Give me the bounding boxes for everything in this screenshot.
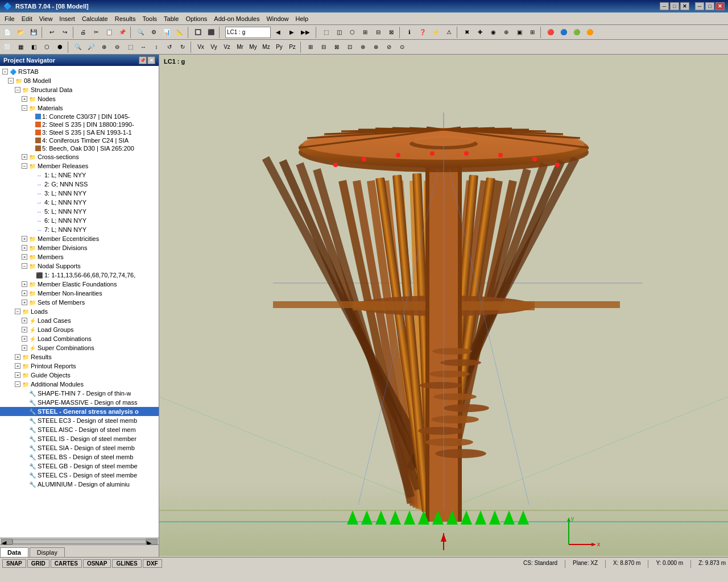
tree-super-combinations[interactable]: + ⚡ Super Combinations — [0, 343, 159, 352]
restore-button[interactable]: □ — [705, 2, 714, 10]
tb2-btn2[interactable]: ▦ — [14, 41, 27, 53]
tree-release-3[interactable]: ↔ 3: L; NNN NYY — [0, 189, 159, 198]
lc-play[interactable]: ▶▶ — [299, 26, 312, 39]
tree-printout-reports[interactable]: + 📁 Printout Reports — [0, 361, 159, 371]
tb-btn30[interactable]: 🟢 — [570, 26, 583, 39]
tree-root-rstab[interactable]: − 🔷 RSTAB — [0, 67, 159, 76]
tree-load-combinations[interactable]: + ⚡ Load Combinations — [0, 334, 159, 343]
3d-viewport[interactable]: LC1 : g — [159, 55, 728, 557]
expand-loads[interactable]: − — [15, 309, 20, 314]
minimize-button[interactable]: ─ — [695, 2, 704, 10]
tb-btn13[interactable]: ◫ — [333, 26, 345, 39]
tb2-btn13[interactable]: ↺ — [163, 41, 176, 53]
tree-member-divisions[interactable]: + 📁 Member Divisions — [0, 243, 159, 252]
tb-btn7[interactable]: ⚙ — [147, 26, 160, 39]
tb-btn18[interactable]: ℹ — [403, 26, 416, 39]
tb2-btn7[interactable]: 🔎 — [85, 41, 97, 53]
tree-release-2[interactable]: ↔ 2: G; NNN NSS — [0, 180, 159, 189]
tb2-btn3[interactable]: ◧ — [27, 41, 40, 53]
tb-btn20[interactable]: ⚡ — [429, 26, 442, 39]
tree-member-releases[interactable]: − 📁 Member Releases — [0, 161, 159, 171]
tree-results[interactable]: + 📁 Results — [0, 352, 159, 361]
tree-materials[interactable]: − 📁 Materials — [0, 103, 159, 113]
tb2-btn9[interactable]: ⊖ — [111, 41, 123, 53]
tb-btn16[interactable]: ⊟ — [372, 26, 384, 39]
tb2-btn21[interactable]: Py — [273, 41, 286, 53]
tb-btn14[interactable]: ⬡ — [346, 26, 358, 39]
expand-nonlinearities[interactable]: + — [22, 290, 27, 296]
menu-results[interactable]: Results — [111, 14, 139, 23]
tree-shape-thin[interactable]: 🔧 SHAPE-THIN 7 - Design of thin-w — [0, 389, 159, 398]
tb-btn23[interactable]: ✚ — [474, 26, 486, 39]
scroll-right-btn[interactable]: ▶ — [146, 539, 158, 544]
tb2-btn27[interactable]: ⊕ — [357, 41, 369, 53]
tb2-btn4[interactable]: ⬡ — [40, 41, 53, 53]
scroll-left-btn[interactable]: ◀ — [1, 539, 13, 544]
sub-restore-button[interactable]: □ — [670, 2, 679, 10]
tb-btn25[interactable]: ⊕ — [500, 26, 512, 39]
new-button[interactable]: 📄 — [1, 26, 14, 39]
tb2-btn18[interactable]: Mr — [234, 41, 246, 53]
expand-nodal-supports[interactable]: − — [22, 263, 27, 269]
tree-sets-of-members[interactable]: + 📁 Sets of Members — [0, 298, 159, 307]
tb-btn10[interactable]: 🔲 — [192, 26, 204, 39]
tb-btn21[interactable]: ⚠ — [442, 26, 455, 39]
expand-structural[interactable]: − — [15, 87, 20, 93]
glines-button[interactable]: GLINES — [112, 559, 141, 568]
tb2-btn8[interactable]: ⊕ — [98, 41, 110, 53]
menu-tools[interactable]: Tools — [139, 14, 160, 23]
expand-nodes[interactable]: + — [22, 96, 27, 102]
lc-next[interactable]: ▶ — [286, 26, 298, 39]
tree-model[interactable]: − 📁 08 Modell — [0, 76, 159, 85]
tree-steel-is[interactable]: 🔧 STEEL IS - Design of steel member — [0, 434, 159, 443]
tree-load-cases[interactable]: + ⚡ Load Cases — [0, 316, 159, 325]
tb2-btn26[interactable]: ⊡ — [344, 41, 356, 53]
tree-release-6[interactable]: ↔ 6: L; NNN NYY — [0, 216, 159, 225]
tb-btn27[interactable]: ⊞ — [526, 26, 539, 39]
tb-btn9[interactable]: 📐 — [173, 26, 186, 39]
tb2-btn23[interactable]: ⊞ — [304, 41, 317, 53]
expand-model[interactable]: − — [8, 78, 14, 84]
tb2-btn25[interactable]: ⊠ — [330, 41, 343, 53]
expand-divisions[interactable]: + — [22, 245, 27, 251]
undo-button[interactable]: ↩ — [46, 26, 58, 39]
lc-prev[interactable]: ◀ — [272, 26, 284, 39]
tb-btn5[interactable]: 📌 — [116, 26, 129, 39]
tree-additional-modules[interactable]: − 📁 Additional Modules — [0, 380, 159, 389]
tree-guide-objects[interactable]: + 📁 Guide Objects — [0, 371, 159, 380]
horizontal-scrollbar[interactable]: ◀ ▶ — [0, 538, 159, 544]
tb2-btn1[interactable]: ⬜ — [1, 41, 14, 53]
tb2-btn29[interactable]: ⊘ — [383, 41, 395, 53]
tree-member-eccentricities[interactable]: + 📁 Member Eccentricities — [0, 234, 159, 243]
menu-insert[interactable]: Insert — [56, 14, 78, 23]
tree-members[interactable]: + 📁 Members — [0, 252, 159, 261]
expand-sets-members[interactable]: + — [22, 300, 27, 305]
tb-btn15[interactable]: ⊞ — [359, 26, 371, 39]
tree-release-1[interactable]: ↔ 1: L; NNE NYY — [0, 171, 159, 180]
menu-options[interactable]: Options — [182, 14, 210, 23]
tb2-btn24[interactable]: ⊟ — [317, 41, 330, 53]
tree-release-7[interactable]: ↔ 7: L; NNN NYY — [0, 225, 159, 234]
tb-btn28[interactable]: 🔴 — [544, 26, 557, 39]
tree-material-4[interactable]: 4: Coniferous Timber C24 | SIA — [0, 136, 159, 144]
tree-steel-bs[interactable]: 🔧 STEEL BS - Design of steel memb — [0, 452, 159, 462]
tb-btn29[interactable]: 🔵 — [557, 26, 570, 39]
tree-material-2[interactable]: 2: Steel S 235 | DIN 18800:1990- — [0, 120, 159, 128]
panel-pin-button[interactable]: 📌 — [139, 56, 147, 64]
tb2-btn16[interactable]: Vy — [208, 41, 220, 53]
expand-super-combinations[interactable]: + — [22, 345, 27, 351]
tree-aluminium[interactable]: 🔧 ALUMINIUM - Design of aluminiu — [0, 480, 159, 489]
menu-addons[interactable]: Add-on Modules — [210, 14, 263, 23]
tree-release-5[interactable]: ↔ 5: L; NNN NYY — [0, 207, 159, 216]
expand-members[interactable]: + — [22, 254, 27, 260]
tb-btn11[interactable]: ⬛ — [205, 26, 217, 39]
tb-btn17[interactable]: ⊠ — [385, 26, 398, 39]
tree-load-groups[interactable]: + ⚡ Load Groups — [0, 325, 159, 334]
menu-edit[interactable]: Edit — [18, 14, 36, 23]
tree-shape-massive[interactable]: 🔧 SHAPE-MASSIVE - Design of mass — [0, 398, 159, 407]
tb2-btn12[interactable]: ↕ — [150, 41, 163, 53]
tb-btn8[interactable]: 📊 — [160, 26, 173, 39]
redo-button[interactable]: ↪ — [59, 26, 71, 39]
open-button[interactable]: 📂 — [14, 26, 27, 39]
menu-view[interactable]: View — [36, 14, 56, 23]
